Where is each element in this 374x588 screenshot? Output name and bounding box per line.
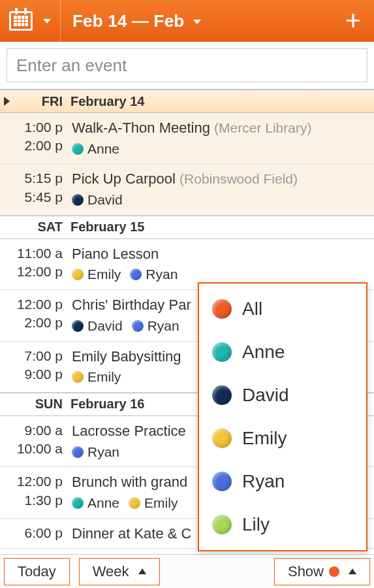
- person-color-dot: [72, 143, 84, 155]
- event-time: 1:00 p2:00 p: [0, 118, 72, 158]
- filter-color-dot: [329, 566, 339, 577]
- event-people: Anne: [72, 139, 374, 159]
- filter-option-label: Ryan: [242, 471, 285, 492]
- person-color-dot: [72, 320, 84, 332]
- event-time: 12:00 p2:00 p: [0, 295, 72, 335]
- filter-option-emily[interactable]: Emily: [199, 417, 366, 460]
- event-title: Piano Lesson: [72, 246, 159, 262]
- date-range-label: Feb 14 — Feb: [72, 11, 184, 31]
- person-color-dot: [72, 269, 84, 280]
- person-filter-popup: AllAnneDavidEmilyRyanLily: [198, 282, 367, 551]
- day-header: FRIFebruary 14: [0, 90, 374, 113]
- person-color-dot: [132, 320, 144, 332]
- week-button[interactable]: Week: [79, 558, 160, 585]
- filter-option-label: David: [242, 385, 289, 406]
- person-color-dot: [212, 515, 232, 534]
- person-color-dot: [212, 385, 232, 405]
- filter-option-label: Lily: [242, 514, 270, 535]
- person-color-dot: [72, 371, 84, 383]
- chevron-down-icon: [43, 19, 51, 24]
- filter-option-lily[interactable]: Lily: [199, 503, 366, 546]
- plus-icon: +: [345, 5, 362, 37]
- event-title: Lacrosse Practice: [72, 423, 186, 439]
- filter-option-label: All: [242, 299, 262, 319]
- event-input-wrap: [0, 42, 374, 90]
- show-filter-button[interactable]: Show: [274, 558, 370, 585]
- person-tag: Ryan: [132, 317, 179, 335]
- event-location: (Mercer Library): [214, 120, 311, 135]
- day-date: February 14: [70, 94, 374, 109]
- chevron-up-icon: [349, 568, 356, 574]
- person-tag: Emily: [72, 265, 121, 284]
- show-label: Show: [288, 563, 324, 580]
- today-label: Today: [18, 563, 56, 580]
- person-color-dot: [129, 497, 140, 509]
- day-date: February 15: [70, 220, 374, 235]
- event-time: 11:00 a12:00 p: [0, 244, 72, 284]
- app-header: Feb 14 — Feb +: [0, 0, 374, 42]
- event-people: EmilyRyan: [72, 265, 374, 284]
- today-button[interactable]: Today: [4, 558, 70, 585]
- bottom-toolbar: Today Week Show: [0, 554, 374, 588]
- event-body: Walk-A-Thon Meeting (Mercer Library)Anne: [72, 118, 374, 158]
- day-of-week: SUN: [13, 397, 70, 412]
- person-color-dot: [72, 446, 84, 458]
- event-time: 12:00 p1:30 p: [0, 472, 72, 512]
- person-color-dot: [212, 429, 232, 448]
- event-location: (Robinswood Field): [179, 171, 298, 186]
- event-body: Piano LessonEmilyRyan: [72, 244, 374, 284]
- filter-option-all[interactable]: All: [199, 287, 366, 331]
- chevron-up-icon: [138, 568, 146, 574]
- person-tag: Emily: [129, 494, 178, 512]
- event-time: 7:00 p9:00 p: [0, 347, 72, 387]
- event-title: Walk-A-Thon Meeting: [72, 120, 210, 136]
- filter-option-label: Anne: [242, 342, 285, 363]
- person-color-dot: [72, 497, 84, 509]
- person-tag: Anne: [72, 494, 119, 512]
- person-tag: Ryan: [72, 443, 119, 461]
- event-body: Pick Up Carpool (Robinswood Field)David: [72, 169, 374, 209]
- filter-option-label: Emily: [242, 428, 287, 449]
- week-label: Week: [93, 563, 129, 580]
- person-color-dot: [130, 269, 142, 280]
- event-time: 5:15 p5:45 p: [0, 169, 72, 209]
- event-row[interactable]: 5:15 p5:45 pPick Up Carpool (Robinswood …: [0, 164, 374, 215]
- person-tag: David: [72, 191, 123, 209]
- filter-option-david[interactable]: David: [199, 374, 366, 417]
- event-title: Pick Up Carpool: [72, 171, 176, 187]
- event-title: Brunch with grand: [72, 474, 187, 490]
- event-title: Chris' Birthday Par: [72, 297, 191, 313]
- filter-option-ryan[interactable]: Ryan: [199, 460, 366, 503]
- event-title: Emily Babysitting: [72, 348, 181, 365]
- calendar-icon: [9, 11, 33, 31]
- person-color-dot: [212, 342, 232, 362]
- view-switcher[interactable]: [3, 0, 61, 42]
- day-header: SATFebruary 15: [0, 216, 374, 239]
- event-people: David: [72, 190, 374, 210]
- event-time: 6:00 p: [0, 524, 72, 544]
- filter-option-anne[interactable]: Anne: [199, 331, 366, 374]
- current-day-arrow-icon: [4, 97, 10, 106]
- event-row[interactable]: 1:00 p2:00 pWalk-A-Thon Meeting (Mercer …: [0, 113, 374, 164]
- chevron-down-icon: [193, 20, 201, 24]
- event-time: 9:00 a10:00 a: [0, 421, 72, 461]
- person-color-dot: [212, 472, 232, 491]
- person-tag: Anne: [72, 140, 119, 158]
- event-title: Dinner at Kate & C: [72, 525, 191, 542]
- day-of-week: FRI: [13, 94, 70, 109]
- event-input[interactable]: [7, 48, 367, 82]
- person-tag: David: [72, 317, 123, 335]
- person-color-dot: [212, 299, 232, 319]
- day-of-week: SAT: [13, 220, 70, 235]
- person-tag: Emily: [72, 368, 121, 386]
- add-event-button[interactable]: +: [335, 0, 371, 42]
- person-color-dot: [72, 194, 84, 206]
- date-range-picker[interactable]: Feb 14 — Feb: [61, 11, 335, 31]
- person-tag: Ryan: [130, 265, 178, 284]
